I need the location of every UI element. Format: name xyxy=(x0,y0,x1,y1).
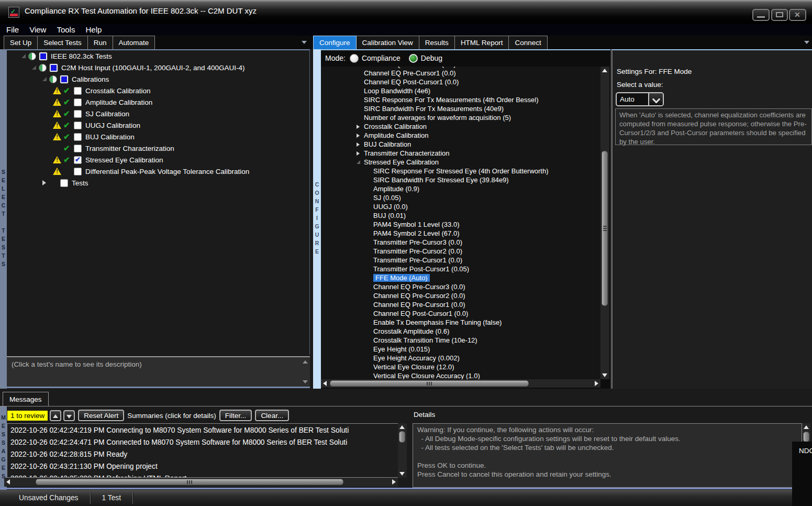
checkbox-empty[interactable] xyxy=(60,179,68,187)
config-item-vertical-eye-closure-12-0[interactable]: Vertical Eye Closure (12.0) xyxy=(321,362,600,371)
tree-row-buj-calibration[interactable]: ✔BUJ Calibration xyxy=(7,131,309,142)
description-scroll-up-icon[interactable] xyxy=(303,360,308,364)
config-item-crosstalk-transition-time-10e-12[interactable]: Crosstalk Transition Time (10e-12) xyxy=(321,336,600,345)
messages-strip[interactable]: MESSAGES xyxy=(0,406,7,490)
expander-closed-icon[interactable] xyxy=(42,180,46,185)
config-item-crosstalk-amplitude-0-6[interactable]: Crosstalk Amplitude (0.6) xyxy=(321,327,600,336)
scrollbar-thumb[interactable] xyxy=(330,380,529,387)
config-item-crosstalk-calibration[interactable]: Crosstalk Calibration xyxy=(321,122,600,131)
checkbox-blue[interactable] xyxy=(50,64,58,72)
checkbox-empty[interactable] xyxy=(74,110,82,118)
config-item-amplitude-calibration[interactable]: Amplitude Calibration xyxy=(321,131,600,140)
config-item-transmitter-characterization[interactable]: Transmitter Characterization xyxy=(321,149,600,158)
chevron-down-icon[interactable] xyxy=(648,93,663,105)
scroll-left-icon[interactable] xyxy=(323,381,327,386)
config-item-sj-0-05[interactable]: SJ (0.05) xyxy=(321,193,600,202)
maximize-button[interactable] xyxy=(771,9,788,21)
log-entry[interactable]: 2022-10-26 02:42:24:471 PM Connected to … xyxy=(10,437,398,449)
config-item-uugj-0-0[interactable]: UUGJ (0.0) xyxy=(321,202,600,211)
checkbox-empty[interactable] xyxy=(74,133,82,141)
checkbox-empty[interactable] xyxy=(74,145,82,152)
tree-row-tests[interactable]: Tests xyxy=(7,177,309,189)
scrollbar-thumb[interactable] xyxy=(399,431,405,443)
config-vertical-scrollbar[interactable] xyxy=(600,67,609,379)
scroll-up-icon[interactable] xyxy=(602,69,607,72)
scroll-down-icon[interactable] xyxy=(399,472,405,476)
config-item-buj-0-01[interactable]: BUJ (0.01) xyxy=(321,211,600,220)
mode-radio-compliance[interactable]: Compliance xyxy=(350,54,401,63)
clear-button[interactable]: Clear... xyxy=(255,410,289,421)
log-horizontal-scrollbar[interactable] xyxy=(4,478,398,487)
expander-closed-icon[interactable] xyxy=(357,125,360,129)
checkbox-blue[interactable] xyxy=(39,52,47,60)
expander-closed-icon[interactable] xyxy=(357,142,360,147)
filter-button[interactable]: Filter... xyxy=(219,410,252,421)
config-item-channel-eq-pre-cursor3-0-0[interactable]: Channel EQ Pre-Cursor3 (0.0) xyxy=(321,282,600,291)
checkbox-checked[interactable] xyxy=(74,156,82,164)
config-item-transmitter-pre-cursor2-0-0[interactable]: Transmitter Pre-Cursor2 (0.0) xyxy=(321,247,600,256)
tab-automate[interactable]: Automate xyxy=(113,36,155,49)
right-tabs-overflow-arrow[interactable] xyxy=(804,41,809,44)
menu-item-file[interactable]: File xyxy=(6,25,19,34)
minimize-button[interactable] xyxy=(752,9,770,21)
expander-open-icon[interactable] xyxy=(42,77,47,81)
config-item-transmitter-post-cursor1-0-05[interactable]: Transmitter Post-Cursor1 (0.05) xyxy=(321,265,600,273)
config-horizontal-scrollbar[interactable] xyxy=(321,379,600,388)
config-item-channel-eq-pre-cursor1-0-0[interactable]: Channel EQ Pre-Cursor1 (0.0) xyxy=(321,69,600,78)
tab-messages[interactable]: Messages xyxy=(3,392,49,406)
log-vertical-scrollbar[interactable] xyxy=(398,423,407,478)
scrollbar-thumb[interactable] xyxy=(803,432,809,442)
scroll-up-icon[interactable] xyxy=(399,425,405,429)
tab-run[interactable]: Run xyxy=(88,36,113,49)
config-item-number-of-averages-for-waveform-acquisition-5[interactable]: Number of averages for waveform acquisit… xyxy=(321,113,600,122)
mode-radio-debug[interactable]: Debug xyxy=(409,54,442,63)
tree-row-transmitter-characterization[interactable]: ✔Transmitter Characterization xyxy=(7,142,309,154)
config-item-transmitter-pre-cursor1-0-0[interactable]: Transmitter Pre-Cursor1 (0.0) xyxy=(321,256,600,265)
previous-alert-button[interactable] xyxy=(50,410,61,421)
config-item-sirc-bandwidth-for-tx-measurements-40e9[interactable]: SIRC Bandwidth For Tx Measurements (40e9… xyxy=(321,104,600,113)
tree-row-differential-peak-peak-voltage-tolerance-calibration[interactable]: Differential Peak-Peak Voltage Tolerance… xyxy=(7,166,309,177)
config-item-sirc-response-for-stressed-eye-4th-order-butterworth[interactable]: SIRC Response For Stressed Eye (4th Orde… xyxy=(321,167,600,175)
tree-row-amplitude-calibration[interactable]: ✔Amplitude Calibration xyxy=(7,96,309,108)
expander-open-icon[interactable] xyxy=(357,160,360,164)
config-item-channel-eq-post-cursor1-0-0[interactable]: Channel EQ Post-Cursor1 (0.0) xyxy=(321,78,600,86)
log-entry[interactable]: 2022-10-26 02:42:28:815 PM Ready xyxy=(10,449,398,461)
checkbox-empty[interactable] xyxy=(74,168,82,175)
config-item-eye-height-0-015[interactable]: Eye Height (0.015) xyxy=(321,345,600,354)
expander-open-icon[interactable] xyxy=(21,54,26,58)
scroll-up-icon[interactable] xyxy=(804,425,809,429)
tree-row-stressed-eye-calibration[interactable]: ✔Stressed Eye Calibration xyxy=(7,154,309,166)
configure-strip[interactable]: CONFIGURE xyxy=(313,49,321,389)
expander-closed-icon[interactable] xyxy=(357,151,360,156)
tab-set-up[interactable]: Set Up xyxy=(4,36,38,49)
description-scroll-down-icon[interactable] xyxy=(303,380,308,383)
scroll-right-icon[interactable] xyxy=(595,381,598,386)
menu-item-help[interactable]: Help xyxy=(85,25,102,34)
scrollbar-thumb[interactable] xyxy=(36,479,343,485)
scroll-right-icon[interactable] xyxy=(392,479,396,485)
config-item-eye-height-accuracy-0-002[interactable]: Eye Height Accuracy (0.002) xyxy=(321,354,600,362)
config-item-stressed-eye-calibration[interactable]: Stressed Eye Calibration xyxy=(321,158,600,167)
menu-item-tools[interactable]: Tools xyxy=(57,25,75,34)
checkbox-empty[interactable] xyxy=(74,122,82,129)
expander-closed-icon[interactable] xyxy=(357,134,360,138)
scroll-down-icon[interactable] xyxy=(602,373,607,377)
menu-item-view[interactable]: View xyxy=(29,25,46,34)
config-item-pam4-symbol-1-level-33-0[interactable]: PAM4 Symbol 1 Level (33.0) xyxy=(321,220,600,229)
log-entry[interactable]: 2022-10-26 02:43:21:130 PM Opening proje… xyxy=(10,461,398,473)
scroll-left-icon[interactable] xyxy=(6,479,10,485)
config-item-channel-eq-pre-cursor2-0-0[interactable]: Channel EQ Pre-Cursor2 (0.0) xyxy=(321,291,600,300)
tree-row-crosstalk-calibration[interactable]: ✔Crosstalk Calibration xyxy=(7,85,309,96)
config-item-ffe-mode-auto[interactable]: FFE Mode (Auto) xyxy=(321,273,600,282)
scrollbar-thumb[interactable] xyxy=(602,151,608,306)
checkbox-empty[interactable] xyxy=(74,98,82,106)
config-item-channel-eq-post-cursor1-0-0[interactable]: Channel EQ Post-Cursor1 (0.0) xyxy=(321,309,600,318)
config-item-channel-eq-pre-cursor1-0-0[interactable]: Channel EQ Pre-Cursor1 (0.0) xyxy=(321,300,600,309)
log-entry[interactable]: 2022-10-26 02:43:25:308 PM Refreshing HT… xyxy=(10,473,398,478)
tree-row-uugj-calibration[interactable]: ✔UUGJ Calibration xyxy=(7,119,309,131)
config-item-buj-calibration[interactable]: BUJ Calibration xyxy=(321,140,600,149)
tree-row-calibrations[interactable]: Calibrations xyxy=(7,73,309,85)
tab-connect[interactable]: Connect xyxy=(509,36,547,49)
tab-results[interactable]: Results xyxy=(419,36,455,49)
config-item-sirc-response-for-tx-measurements-4th-order-bessel[interactable]: SIRC Response For Tx Measurements (4th O… xyxy=(321,95,600,104)
